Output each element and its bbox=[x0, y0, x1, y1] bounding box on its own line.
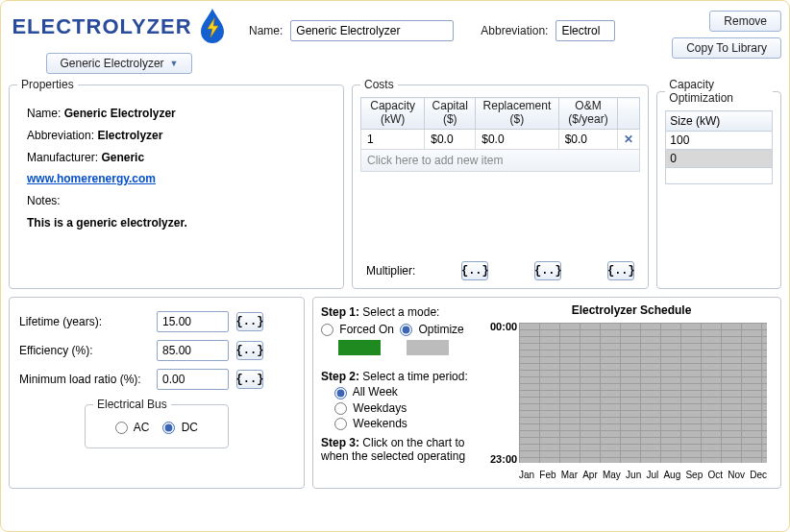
dropdown-label: Generic Electrolyzer bbox=[61, 57, 164, 70]
properties-group: Properties Name: Generic Electrolyzer Ab… bbox=[9, 78, 344, 289]
prop-notes-value: This is a generic electrolyzer. bbox=[27, 216, 187, 230]
electrolyzer-panel: ELECTROLYZER Generic Electrolyzer ▼ Name… bbox=[0, 0, 790, 532]
cell-replacement[interactable]: $0.0 bbox=[476, 129, 558, 149]
step1-text: Select a mode: bbox=[362, 305, 439, 319]
name-input[interactable] bbox=[290, 20, 454, 41]
all-week-radio[interactable]: All Week bbox=[334, 385, 484, 399]
step2-text: Select a time period: bbox=[362, 370, 467, 383]
step3-label: Step 3: bbox=[321, 436, 359, 449]
component-name-dropdown[interactable]: Generic Electrolyzer ▼ bbox=[46, 53, 193, 74]
table-row[interactable]: 0 bbox=[666, 150, 773, 168]
weekdays-radio[interactable]: Weekdays bbox=[334, 401, 484, 415]
minload-sensitivity-button[interactable]: {..} bbox=[236, 370, 263, 389]
step2-label: Step 2: bbox=[321, 370, 359, 383]
col-capacity[interactable]: Capacity (kW) bbox=[360, 98, 424, 130]
col-capital[interactable]: Capital ($) bbox=[425, 98, 476, 130]
name-label: Name: bbox=[249, 24, 283, 37]
chart-grid[interactable] bbox=[519, 323, 767, 463]
remove-button[interactable]: Remove bbox=[709, 11, 781, 32]
header: ELECTROLYZER Generic Electrolyzer ▼ Name… bbox=[9, 7, 781, 74]
manufacturer-link[interactable]: www.homerenergy.com bbox=[27, 172, 156, 185]
x-axis-labels: Jan Feb Mar Apr May Jun Jul Aug Sep Oct … bbox=[519, 470, 767, 480]
capacity-table[interactable]: Size (kW) 100 0 bbox=[665, 110, 773, 184]
capacity-opt-legend: Capacity Optimization bbox=[665, 78, 773, 105]
abbrev-input[interactable] bbox=[555, 20, 615, 41]
col-om[interactable]: O&M ($/year) bbox=[558, 98, 618, 130]
forced-on-radio[interactable]: Forced On bbox=[321, 323, 394, 336]
cell-om[interactable]: $0.0 bbox=[558, 129, 618, 149]
parameters-panel: Lifetime (years): {..} Efficiency (%): {… bbox=[9, 297, 305, 489]
efficiency-sensitivity-button[interactable]: {..} bbox=[236, 341, 263, 360]
table-row[interactable] bbox=[666, 168, 773, 184]
col-size[interactable]: Size (kW) bbox=[666, 111, 773, 132]
efficiency-label: Efficiency (%): bbox=[19, 344, 149, 357]
optimize-swatch bbox=[407, 340, 449, 355]
step1-label: Step 1: bbox=[321, 305, 359, 319]
optimize-radio[interactable]: Optimize bbox=[400, 323, 464, 336]
schedule-panel: Step 1: Select a mode: Forced On Optimiz… bbox=[312, 297, 781, 489]
costs-group: Costs Capacity (kW) Capital ($) Replacem… bbox=[352, 78, 649, 289]
prop-name-label: Name: bbox=[27, 107, 61, 120]
multiplier-capital-button[interactable]: {..} bbox=[461, 261, 488, 280]
lifetime-sensitivity-button[interactable]: {..} bbox=[236, 312, 263, 331]
electrical-bus-group: Electrical Bus AC DC bbox=[85, 398, 229, 448]
prop-notes-label: Notes: bbox=[27, 194, 61, 207]
copy-to-library-button[interactable]: Copy To Library bbox=[672, 37, 781, 59]
delete-row-icon[interactable]: ✕ bbox=[618, 129, 640, 149]
minload-label: Minimum load ratio (%): bbox=[19, 373, 149, 386]
schedule-chart[interactable]: Electrolyzer Schedule 00:00 23:00 Jan Fe… bbox=[490, 303, 773, 482]
efficiency-input[interactable] bbox=[157, 340, 229, 361]
electrical-bus-legend: Electrical Bus bbox=[93, 398, 171, 411]
lifetime-input[interactable] bbox=[157, 311, 229, 332]
prop-abbrev-value: Electrolyzer bbox=[97, 129, 162, 142]
dc-radio[interactable]: DC bbox=[162, 421, 198, 434]
col-replacement[interactable]: Replacement ($) bbox=[476, 98, 558, 130]
add-new-item-row[interactable]: Click here to add new item bbox=[360, 150, 640, 172]
table-row[interactable]: 1 $0.0 $0.0 $0.0 ✕ bbox=[360, 129, 639, 149]
prop-name-value: Generic Electrolyzer bbox=[64, 107, 176, 120]
cell-capital[interactable]: $0.0 bbox=[425, 129, 476, 149]
properties-legend: Properties bbox=[17, 78, 78, 91]
costs-table[interactable]: Capacity (kW) Capital ($) Replacement ($… bbox=[360, 97, 640, 150]
capacity-optimization-group: Capacity Optimization Size (kW) 100 0 bbox=[656, 78, 781, 289]
minload-input[interactable] bbox=[157, 369, 229, 390]
costs-legend: Costs bbox=[360, 78, 398, 91]
multiplier-om-button[interactable]: {..} bbox=[607, 261, 634, 280]
y-axis-bottom: 23:00 bbox=[490, 453, 517, 465]
multiplier-replacement-button[interactable]: {..} bbox=[534, 261, 561, 280]
cell-capacity[interactable]: 1 bbox=[360, 129, 424, 149]
y-axis-top: 00:00 bbox=[490, 321, 517, 332]
ac-radio[interactable]: AC bbox=[115, 421, 149, 434]
forced-on-swatch bbox=[338, 340, 381, 355]
prop-abbrev-label: Abbreviation: bbox=[27, 129, 94, 142]
water-drop-lightning-icon bbox=[198, 7, 227, 47]
lifetime-label: Lifetime (years): bbox=[19, 315, 149, 328]
prop-mfr-label: Manufacturer: bbox=[27, 151, 98, 164]
chart-title: Electrolyzer Schedule bbox=[490, 303, 773, 317]
chevron-down-icon: ▼ bbox=[170, 59, 179, 68]
page-title: ELECTROLYZER bbox=[12, 14, 191, 39]
prop-mfr-value: Generic bbox=[101, 151, 144, 164]
weekends-radio[interactable]: Weekends bbox=[334, 417, 484, 430]
abbrev-label: Abbreviation: bbox=[481, 24, 548, 37]
table-row[interactable]: 100 bbox=[666, 132, 773, 150]
multiplier-label: Multiplier: bbox=[366, 264, 415, 278]
